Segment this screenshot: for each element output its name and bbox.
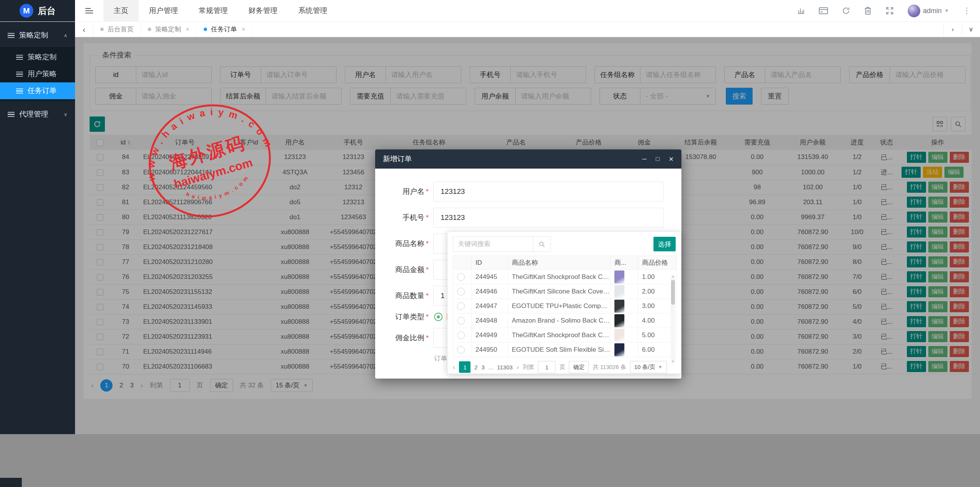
nav-menu-item-1[interactable]: 用户管理 — [139, 0, 188, 21]
product-radio[interactable] — [457, 317, 465, 325]
commission-rate-field-label: 佣金比例* — [375, 333, 429, 343]
sidebar-group-1[interactable]: 代理管理∨ — [0, 105, 75, 123]
product-image-cell — [611, 343, 638, 357]
tab-2[interactable]: 任务订单× — [197, 22, 253, 37]
minimize-icon[interactable]: ─ — [642, 156, 647, 163]
scroll-down-icon[interactable]: ▼ — [671, 360, 675, 364]
tabs-scroll-left-button[interactable]: ‹ — [75, 22, 93, 37]
trash-icon[interactable] — [864, 7, 872, 15]
per-page-select[interactable]: 10 条/页▼ — [630, 361, 667, 373]
product-radio[interactable] — [457, 331, 465, 339]
required-mark: * — [426, 239, 429, 248]
sidebar-toggle-button[interactable] — [75, 0, 103, 21]
picker-pagination: ‹123...11303›到第页确定共 113026 条10 条/页▼ — [453, 361, 676, 373]
nav-menu-item-0[interactable]: 主页 — [103, 0, 139, 21]
page-unit-label: 页 — [559, 364, 565, 371]
page-number[interactable]: 11303 — [497, 364, 513, 371]
nav-menu-item-4[interactable]: 系统管理 — [288, 0, 338, 21]
product-radio[interactable] — [457, 302, 465, 310]
sidebar: 策略定制∧策略定制用户策略任务订单代理管理∨ — [0, 22, 75, 434]
nav-menu-item-2[interactable]: 常规管理 — [188, 0, 238, 21]
list-icon — [8, 33, 15, 38]
maximize-icon[interactable]: □ — [656, 156, 660, 163]
product-row: 244950EGOTUDE Soft Slim Flexible Silic..… — [453, 343, 677, 357]
tab-0[interactable]: 后台首页 — [93, 22, 141, 37]
products-table: ID商品名称商...商品价格244945TheGiftKart Shockpro… — [453, 256, 677, 357]
list-icon — [16, 72, 23, 77]
sidebar-item-2[interactable]: 任务订单 — [0, 82, 75, 99]
top-navbar: M 后台 主页用户管理常规管理财务管理系统管理 admin ▼ ⋮ — [0, 0, 980, 22]
page-number[interactable]: 3 — [482, 364, 485, 371]
user-menu[interactable]: admin ▼ — [908, 5, 949, 17]
required-mark: * — [426, 213, 429, 221]
chevron-down-icon: ▼ — [658, 364, 663, 370]
product-row: 244946TheGiftKart Silicone Back Cover S.… — [453, 284, 677, 299]
chevron-up-icon: ∧ — [64, 33, 67, 38]
product-thumbnail — [614, 343, 624, 356]
username-field-label: 用户名* — [375, 187, 429, 197]
sidebar-item-0[interactable]: 策略定制 — [0, 49, 75, 66]
nav-menu-item-3[interactable]: 财务管理 — [238, 0, 288, 21]
logo[interactable]: M 后台 — [0, 0, 75, 21]
keyword-search-input[interactable] — [453, 236, 533, 252]
username-input[interactable] — [433, 182, 664, 202]
product-radio-cell — [453, 299, 472, 313]
username-label: admin — [923, 7, 942, 15]
required-mark: * — [426, 266, 429, 274]
product-image-cell — [611, 299, 638, 313]
goto-confirm-button[interactable]: 确定 — [569, 361, 589, 373]
product-name-cell: TheGiftKart Shockproof Back Cov... — [508, 328, 611, 343]
product-radio[interactable] — [457, 288, 465, 295]
required-mark: * — [426, 313, 429, 321]
tabs-scroll-right-button[interactable]: › — [943, 22, 962, 37]
sidebar-submenu: 策略定制用户策略任务订单 — [0, 47, 75, 101]
modal-title: 新增订单 — [383, 154, 412, 164]
tab-close-icon[interactable]: × — [242, 26, 245, 33]
prev-page-icon[interactable]: ‹ — [453, 363, 455, 371]
product-radio[interactable] — [457, 346, 465, 354]
sidebar-group-0[interactable]: 策略定制∧ — [0, 26, 75, 44]
tab-1[interactable]: 策略定制× — [141, 22, 197, 37]
list-icon — [16, 55, 23, 60]
tab-bar: ‹ 后台首页策略定制×任务订单× › ∨ — [75, 22, 980, 37]
goto-page-input[interactable] — [538, 361, 555, 373]
modal-header[interactable]: 新增订单 ─ □ ✕ — [375, 149, 681, 169]
sidebar-item-1[interactable]: 用户策略 — [0, 66, 75, 82]
product-column-header-3: 商品价格 — [638, 256, 677, 270]
desktop-background — [0, 434, 980, 487]
select-product-button[interactable]: 选择 — [653, 237, 676, 251]
sidebar-item-label: 任务订单 — [28, 86, 57, 96]
order-type-radio[interactable] — [434, 313, 443, 321]
page-number[interactable]: 2 — [474, 364, 477, 371]
tab-label: 策略定制 — [155, 25, 181, 34]
logo-text: 后台 — [38, 5, 56, 17]
required-mark: * — [426, 334, 429, 342]
next-page-icon[interactable]: › — [516, 363, 519, 371]
product-qty-field-label: 商品数量* — [375, 291, 429, 301]
more-options-icon[interactable]: ⋮ — [963, 6, 971, 15]
sidebar-group-label: 策略定制 — [19, 30, 48, 40]
scroll-up-icon[interactable]: ▲ — [671, 275, 675, 278]
refresh-icon[interactable] — [842, 7, 850, 15]
phone-field-label: 手机号* — [375, 213, 429, 223]
product-radio[interactable] — [457, 273, 465, 281]
product-image-cell — [611, 270, 638, 284]
fullscreen-icon[interactable] — [885, 7, 894, 15]
chart-icon[interactable] — [797, 7, 805, 15]
chevron-down-icon: ∨ — [64, 112, 67, 117]
scrollbar-thumb[interactable] — [671, 280, 675, 305]
tab-close-icon[interactable]: × — [186, 26, 189, 33]
phone-input[interactable] — [433, 208, 664, 228]
top-menu: 主页用户管理常规管理财务管理系统管理 — [103, 0, 338, 21]
order-type-field-label: 订单类型* — [375, 312, 429, 322]
page-number-active[interactable]: 1 — [459, 361, 470, 373]
per-page-value: 10 条/页 — [634, 364, 655, 371]
close-icon[interactable]: ✕ — [669, 156, 674, 163]
search-icon[interactable] — [533, 236, 551, 252]
tab-dot — [100, 28, 104, 31]
card-icon[interactable] — [819, 7, 828, 15]
product-id-cell: 244950 — [472, 343, 508, 357]
scrollbar[interactable]: ▲▼ — [671, 275, 675, 364]
hamburger-icon — [85, 10, 93, 11]
tabs-menu-button[interactable]: ∨ — [962, 22, 980, 37]
